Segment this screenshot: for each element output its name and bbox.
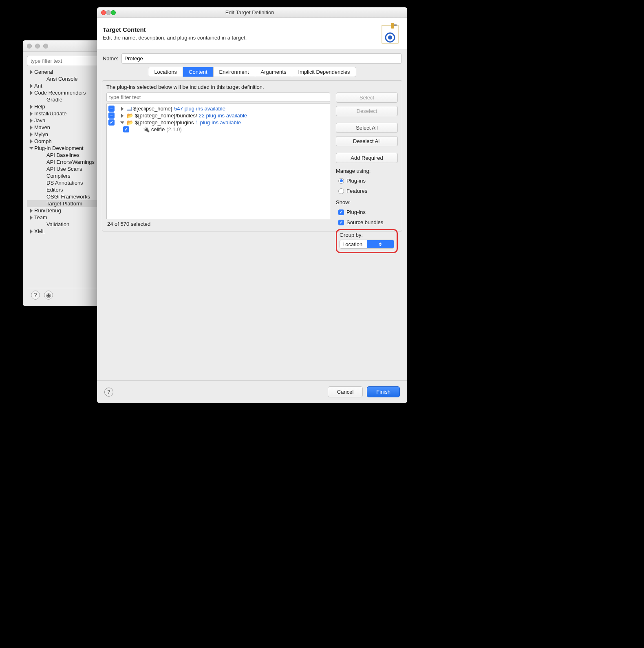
selection-status: 24 of 570 selected [106, 219, 398, 229]
traffic-close-icon[interactable] [101, 10, 106, 15]
plugin-available-count: 22 plug-ins available [199, 112, 247, 119]
dialog-footer: ? Cancel Finish [97, 380, 407, 403]
plugin-label: ${protege_home}/bundles/ [135, 112, 197, 119]
tree-item-label: Java [34, 117, 45, 123]
folder-icon: 📂 [127, 119, 133, 126]
disclosure-icon [30, 139, 33, 143]
plugin-row[interactable]: − ${eclipse_home} 547 plug-ins available [108, 105, 329, 112]
tree-item-label: Oomph [34, 138, 52, 144]
tree-item-label: API Use Scans [46, 166, 82, 172]
tab-environment[interactable]: Environment [214, 67, 255, 77]
tree-item-label: Plug-in Development [34, 145, 84, 151]
header-desc: Edit the name, description, and plug-ins… [103, 35, 247, 41]
tab-locations[interactable]: Locations [148, 67, 183, 77]
add-required-button[interactable]: Add Required [336, 153, 398, 163]
chevron-right-icon [121, 114, 124, 118]
checkbox-icon: ✓ [338, 209, 344, 215]
cancel-button[interactable]: Cancel [328, 386, 363, 397]
tree-item-label: Ansi Console [46, 76, 78, 82]
import-export-icon[interactable]: ◉ [44, 291, 53, 300]
tree-item-label: Mylyn [34, 131, 48, 137]
checkbox-checked-icon[interactable]: ✓ [123, 126, 129, 132]
plugin-row[interactable]: −📂 ${protege_home}/bundles/ 22 plug-ins … [108, 112, 329, 119]
checkbox-indeterminate-icon[interactable]: − [108, 112, 115, 119]
disclosure-icon [30, 229, 33, 234]
dialog-titlebar: Edit Target Definition [97, 7, 407, 18]
svg-point-2 [388, 35, 392, 40]
tree-item-label: Install/Update [34, 110, 67, 117]
tree-item-label: Validation [46, 221, 69, 227]
tab-arguments[interactable]: Arguments [255, 67, 293, 77]
plugin-tree[interactable]: − ${eclipse_home} 547 plug-ins available… [106, 104, 330, 219]
help-icon[interactable]: ? [104, 388, 113, 397]
svg-rect-4 [394, 24, 397, 26]
edit-target-dialog: Edit Target Definition Target Content Ed… [97, 7, 407, 403]
traffic-min-icon [106, 10, 111, 15]
plugin-label: cellfie [151, 126, 165, 132]
tree-item-label: Editors [46, 187, 63, 193]
manage-plugins-radio[interactable]: Plug-ins [336, 177, 398, 184]
traffic-max-icon[interactable] [43, 44, 48, 48]
radio-icon [338, 188, 344, 194]
select-button[interactable]: Select [336, 93, 398, 103]
tree-item-label: XML [34, 228, 45, 234]
tree-item-label: DS Annotations [46, 180, 83, 186]
traffic-close-icon[interactable] [27, 44, 32, 48]
chevron-down-icon [120, 121, 124, 124]
finish-button[interactable]: Finish [367, 386, 400, 397]
name-row: Name: [97, 49, 407, 67]
header-title: Target Content [103, 26, 247, 33]
tab-implicit-dependencies[interactable]: Implicit Dependencies [292, 67, 355, 77]
plugin-available-count: 547 plug-ins available [174, 106, 225, 112]
disclosure-icon [30, 119, 33, 123]
disclosure-icon [29, 147, 33, 150]
plugin-label: ${eclipse_home} [133, 106, 172, 112]
disclosure-icon [30, 70, 33, 74]
checkbox-indeterminate-icon[interactable]: − [108, 106, 115, 112]
disclosure-icon [30, 209, 33, 213]
tree-item-label: Target Platform [46, 201, 82, 207]
target-wizard-icon [379, 22, 401, 45]
disclosure-icon [30, 126, 33, 130]
plugin-row[interactable]: ✓📂 ${protege_home}/plugins 1 plug-ins av… [108, 119, 329, 126]
traffic-min-icon[interactable] [35, 44, 40, 48]
disclosure-icon [30, 216, 33, 220]
deselect-button[interactable]: Deselect [336, 106, 398, 116]
plugin-icon: 🔌 [143, 126, 150, 132]
disclosure-icon [30, 112, 33, 116]
dialog-tabs: LocationsContentEnvironmentArgumentsImpl… [97, 67, 407, 80]
plugin-version: (2.1.0) [166, 126, 182, 132]
svg-rect-3 [391, 23, 394, 29]
tree-item-label: API Baselines [46, 152, 79, 158]
install-location-icon [127, 107, 132, 111]
manage-features-radio[interactable]: Features [336, 187, 398, 194]
show-label: Show: [336, 199, 398, 205]
tree-item-label: General [34, 69, 53, 75]
disclosure-icon [30, 132, 33, 137]
dialog-header: Target Content Edit the name, descriptio… [97, 18, 407, 49]
plugin-label: ${protege_home}/plugins [135, 119, 194, 126]
chevron-right-icon [121, 107, 124, 111]
tree-item-label: Run/Debug [34, 207, 61, 214]
plugin-row[interactable]: ✓🔌 cellfie (2.1.0) [108, 126, 329, 133]
plugin-filter-input[interactable] [106, 93, 330, 102]
deselect-all-button[interactable]: Deselect All [336, 136, 398, 146]
folder-icon: 📂 [127, 112, 133, 119]
show-plugins-check[interactable]: ✓Plug-ins [336, 209, 398, 216]
checkbox-checked-icon[interactable]: ✓ [108, 119, 115, 126]
tab-content[interactable]: Content [183, 67, 214, 77]
name-input[interactable] [121, 53, 401, 64]
content-desc: The plug-ins selected below will be incl… [106, 84, 398, 90]
tree-item-label: Team [34, 214, 47, 220]
traffic-max-icon[interactable] [111, 10, 116, 15]
disclosure-icon [30, 105, 33, 109]
tree-item-label: Ant [34, 83, 42, 89]
tree-item-label: Compilers [46, 173, 71, 179]
svg-rect-0 [382, 25, 398, 43]
plugin-available-count: 1 plug-ins available [196, 119, 241, 126]
tree-item-label: Gradle [46, 97, 62, 103]
radio-icon [338, 178, 344, 184]
help-icon[interactable]: ? [31, 291, 40, 300]
select-all-button[interactable]: Select All [336, 123, 398, 133]
tree-item-label: Maven [34, 124, 50, 130]
